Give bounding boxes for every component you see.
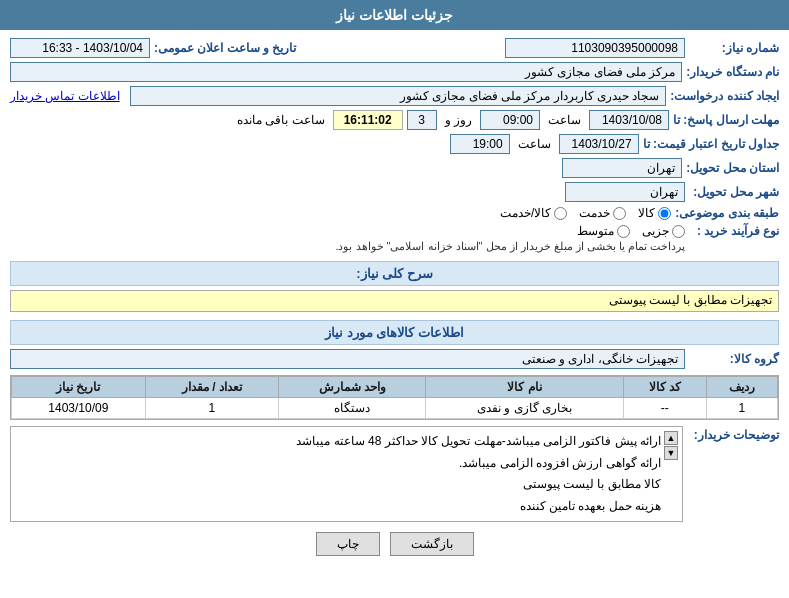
tarikh-elam-value: 1403/10/04 - 16:33 (10, 38, 150, 58)
nov-motavasset-label: متوسط (577, 224, 614, 238)
tabaqe-kala-khedmat-label: کالا/خدمت (500, 206, 551, 220)
nam-dastgah-value: مرکز ملی فضای مجازی کشور (10, 62, 682, 82)
tabaqe-radio-kala[interactable] (658, 207, 671, 220)
tabaqe-kala-label: کالا (638, 206, 655, 220)
cell-nam-kala: بخاری گازی و نفدی (426, 398, 624, 419)
baqi-label: ساعت باقی مانده (237, 113, 325, 127)
mohlat-baqi-value: 16:11:02 (333, 110, 403, 130)
roz-label: روز و (445, 113, 472, 127)
etela-kalandar-title: اطلاعات کالاهای مورد نیاز (325, 325, 464, 340)
mohlat-ersal-label: مهلت ارسال پاسخ: تا (673, 113, 779, 127)
cell-radif: 1 (706, 398, 777, 419)
mohlat-time-value: 09:00 (480, 110, 540, 130)
sharh-koli-title: سرح کلی نیاز: (356, 266, 433, 281)
scroll-up-arrow[interactable]: ▲ (664, 431, 678, 445)
tabaqe-radio-group: کالا خدمت کالا/خدمت (500, 206, 671, 220)
group-kala-label: گروه کالا: (689, 352, 779, 366)
jadval-label: جداول تاریخ اعتبار قیمت: تا (643, 137, 779, 151)
scroll-down-arrow[interactable]: ▼ (664, 446, 678, 460)
nov-farayand-note: پرداخت تمام یا بخشی از مبلغ خریدار از مح… (335, 240, 685, 253)
shomara-niaz-value: 1103090395000098 (505, 38, 685, 58)
tabaqe-option-kala-khedmat[interactable]: کالا/خدمت (500, 206, 567, 220)
mohlat-roz-value: 3 (407, 110, 437, 130)
cell-vahed: دستگاه (279, 398, 426, 419)
col-vahed: واحد شمارش (279, 377, 426, 398)
tabaqe-option-kala[interactable]: کالا (638, 206, 671, 220)
ijad-konanda-label: ایجاد کننده درخواست: (670, 89, 779, 103)
col-kod-kala: کد کالا (623, 377, 706, 398)
ijad-konanda-value: سجاد حیدری کاربردار مرکز ملی فضای مجازی … (130, 86, 667, 106)
col-tarikh: تاریخ نیاز (12, 377, 146, 398)
cell-tarikh: 1403/10/09 (12, 398, 146, 419)
tabaqe-label: طبقه بندی موضوعی: (675, 206, 779, 220)
ostan-label: استان محل تحویل: (686, 161, 779, 175)
page-header: جزئیات اطلاعات نیاز (0, 0, 789, 30)
nam-dastgah-label: نام دستگاه خریدار: (686, 65, 779, 79)
sharh-koli-value: تجهیزات مطابق با لیست پیوستی (10, 290, 779, 312)
jadval-time-value: 19:00 (450, 134, 510, 154)
bazgasht-button[interactable]: بازگشت (390, 532, 474, 556)
page-title: جزئیات اطلاعات نیاز (336, 7, 453, 23)
footer-buttons: بازگشت چاپ (10, 532, 779, 556)
kala-table: ردیف کد کالا نام کالا واحد شمارش تعداد /… (11, 376, 778, 419)
saat-label: ساعت (548, 113, 581, 127)
nov-jozei-label: جزیی (642, 224, 669, 238)
tabaqe-khedmat-label: خدمت (579, 206, 610, 220)
col-nam-kala: نام کالا (426, 377, 624, 398)
etelaaat-tamas-link[interactable]: اطلاعات تماس خریدار (10, 89, 120, 103)
cell-kod-kala: -- (623, 398, 706, 419)
nov-motavasset[interactable]: متوسط (577, 224, 630, 238)
toz-line-2: ارائه گواهی ارزش افزوده الزامی میباشد. (15, 453, 661, 475)
toz-khardar-label: توضیحات خریدار: (689, 426, 779, 442)
table-row: 1 -- بخاری گازی و نفدی دستگاه 1 1403/10/… (12, 398, 778, 419)
shahr-label: شهر محل تحویل: (689, 185, 779, 199)
nov-farayand-label: نوع فرآیند خرید : (689, 224, 779, 238)
tabaqe-radio-khedmat[interactable] (613, 207, 626, 220)
saat-label2: ساعت (518, 137, 551, 151)
toz-khardar-content: ارائه پیش فاکتور الزامی میباشد-مهلت تحوی… (15, 431, 661, 517)
tabaqe-radio-kala-khedmat[interactable] (554, 207, 567, 220)
tabaqe-option-khedmat[interactable]: خدمت (579, 206, 626, 220)
nov-jozei[interactable]: جزیی (642, 224, 685, 238)
mohlat-date-value: 1403/10/08 (589, 110, 669, 130)
toz-line-1: ارائه پیش فاکتور الزامی میباشد-مهلت تحوی… (15, 431, 661, 453)
kala-table-container: ردیف کد کالا نام کالا واحد شمارش تعداد /… (10, 375, 779, 420)
nov-radio-jozei[interactable] (672, 225, 685, 238)
col-tedad: تعداد / مقدار (145, 377, 279, 398)
toz-line-4: هزینه حمل بعهده تامین کننده (15, 496, 661, 518)
sharh-koli-section-title: سرح کلی نیاز: (10, 261, 779, 286)
toz-line-3: کالا مطابق با لیست پیوستی (15, 474, 661, 496)
nov-radio-motavasset[interactable] (617, 225, 630, 238)
cell-tedad: 1 (145, 398, 279, 419)
jadval-date-value: 1403/10/27 (559, 134, 639, 154)
etela-kalandar-section-title: اطلاعات کالاهای مورد نیاز (10, 320, 779, 345)
shomara-niaz-label: شماره نیاز: (689, 41, 779, 55)
col-radif: ردیف (706, 377, 777, 398)
shahr-value: تهران (565, 182, 685, 202)
tarikh-elam-label: تاریخ و ساعت اعلان عمومی: (154, 41, 296, 55)
nov-farayand-radio-group: جزیی متوسط (335, 224, 685, 238)
group-kala-value: تجهیزات خانگی، اداری و صنعتی (10, 349, 685, 369)
ostan-value: تهران (562, 158, 682, 178)
chap-button[interactable]: چاپ (316, 532, 380, 556)
